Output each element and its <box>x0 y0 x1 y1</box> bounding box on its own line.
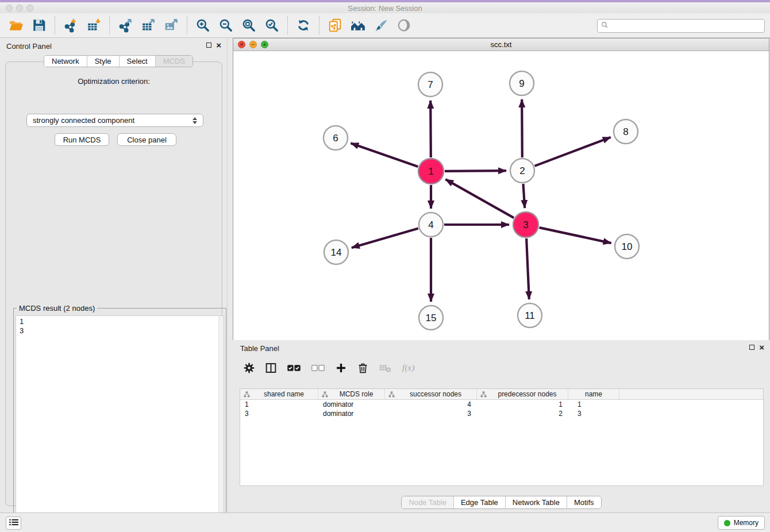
delete-column-icon[interactable] <box>357 359 369 376</box>
zoom-fit-icon[interactable] <box>237 15 260 36</box>
search-input[interactable] <box>611 20 764 32</box>
control-panel-float-icon[interactable] <box>206 43 211 48</box>
table-panel-close-icon[interactable]: × <box>759 344 764 350</box>
column-header-shared-name[interactable]: shared name <box>240 389 318 399</box>
graph-edge-2-3[interactable] <box>523 184 525 208</box>
interaction-type-icon <box>480 391 487 398</box>
graph-edge-3-1[interactable] <box>445 179 514 218</box>
tab-edge-table[interactable]: Edge Table <box>454 496 506 508</box>
table-cell[interactable]: 1 <box>240 400 318 409</box>
add-column-icon[interactable] <box>335 359 347 376</box>
task-history-button[interactable] <box>6 516 21 530</box>
tab-motifs[interactable]: Motifs <box>567 496 601 508</box>
graph-node-label: 10 <box>622 241 633 252</box>
optimization-criterion-select[interactable]: strongly connected component <box>26 114 203 127</box>
export-network-icon[interactable] <box>114 15 137 36</box>
column-header-successor-nodes[interactable]: successor nodes <box>385 389 477 399</box>
graph-node-1[interactable]: 1 <box>418 159 444 184</box>
toggle-columns-icon[interactable] <box>265 359 277 376</box>
table-cell[interactable]: dominator <box>318 400 385 409</box>
style-icon[interactable] <box>369 15 392 36</box>
toolbar-separator <box>319 16 319 34</box>
table-header-row: shared nameMCDS rolesuccessor nodesprede… <box>240 389 763 400</box>
close-panel-button[interactable]: Close panel <box>117 133 176 146</box>
table-cell[interactable]: 3 <box>240 409 318 418</box>
graph-edge-3-10[interactable] <box>540 228 611 243</box>
table-row[interactable]: 1dominator411 <box>240 400 763 409</box>
refresh-icon[interactable] <box>292 15 315 36</box>
tab-select[interactable]: Select <box>120 56 156 67</box>
table-panel: Table Panel × f(x) shared nameMCDS roles… <box>233 340 770 512</box>
graph-node-2[interactable]: 2 <box>510 159 534 183</box>
table-panel-title: Table Panel <box>240 344 279 353</box>
toolbar-separator <box>109 16 110 34</box>
graph-edge-1-6[interactable] <box>351 143 418 167</box>
tab-node-table[interactable]: Node Table <box>402 496 454 508</box>
graph-node-15[interactable]: 15 <box>419 306 443 330</box>
tab-network-table[interactable]: Network Table <box>506 496 567 508</box>
table-panel-float-icon[interactable] <box>749 345 754 350</box>
table-cell[interactable]: 3 <box>385 409 477 418</box>
export-table-icon[interactable] <box>137 15 160 36</box>
zoom-out-icon[interactable] <box>214 15 237 36</box>
select-all-columns-icon[interactable] <box>287 359 301 376</box>
window-title: Session: New Session <box>0 4 770 13</box>
tab-network[interactable]: Network <box>44 56 87 67</box>
export-image-icon[interactable] <box>160 15 183 36</box>
zoom-selected-icon[interactable] <box>260 15 283 36</box>
table-cell[interactable]: 1 <box>477 400 568 409</box>
table-cell[interactable]: 4 <box>385 400 477 409</box>
tab-style[interactable]: Style <box>87 56 120 67</box>
toolbar-separator <box>287 16 288 34</box>
table-cell[interactable]: 2 <box>477 409 568 418</box>
column-label: MCDS role <box>328 390 384 398</box>
clone-network-icon[interactable] <box>324 15 346 36</box>
result-scrollbar[interactable] <box>218 316 224 524</box>
graph-node-6[interactable]: 6 <box>324 126 348 150</box>
table-cell[interactable]: 1 <box>568 400 619 409</box>
criterion-value: strongly connected component <box>33 116 192 125</box>
save-session-icon[interactable] <box>28 15 51 36</box>
graph-node-10[interactable]: 10 <box>615 234 639 259</box>
graph-node-4[interactable]: 4 <box>419 213 443 237</box>
import-network-icon[interactable] <box>59 15 82 36</box>
column-label: shared name <box>250 390 318 398</box>
zoom-in-icon[interactable] <box>191 15 214 36</box>
table-settings-icon[interactable] <box>243 359 255 376</box>
column-header-name[interactable]: name <box>568 389 619 399</box>
status-bar: Memory <box>0 512 770 532</box>
column-header-MCDS-role[interactable]: MCDS role <box>318 389 385 399</box>
graph-node-11[interactable]: 11 <box>518 303 542 327</box>
graph-edge-4-14[interactable] <box>352 228 418 248</box>
graph-node-label: 9 <box>519 78 524 89</box>
graph-node-14[interactable]: 14 <box>324 240 348 264</box>
table-row[interactable]: 3dominator323 <box>240 409 763 418</box>
search-box[interactable] <box>597 19 765 33</box>
tab-mcds[interactable]: MCDS <box>156 56 192 67</box>
home-icon[interactable] <box>346 15 369 36</box>
open-file-icon[interactable] <box>5 15 28 36</box>
graph-edge-2-9[interactable] <box>522 99 522 157</box>
mcds-result-list[interactable]: 13 <box>16 315 224 525</box>
graph-edge-1-7[interactable] <box>430 101 431 157</box>
network-window-titlebar[interactable]: × − + scc.txt <box>233 38 769 51</box>
graph-node-7[interactable]: 7 <box>418 72 442 97</box>
run-mcds-button[interactable]: Run MCDS <box>55 133 109 146</box>
graph-edge-2-8[interactable] <box>535 137 611 166</box>
network-canvas[interactable]: 7968124314101511 <box>233 51 769 340</box>
column-header-predecessor-nodes[interactable]: predecessor nodes <box>477 389 568 399</box>
control-panel-close-icon[interactable]: × <box>216 42 221 48</box>
graph-node-3[interactable]: 3 <box>513 212 538 237</box>
graph-edge-1-2[interactable] <box>445 171 506 171</box>
table-tabs-row: Node TableEdge TableNetwork TableMotifs <box>233 496 770 509</box>
memory-button[interactable]: Memory <box>718 516 765 530</box>
graph-node-9[interactable]: 9 <box>510 71 534 95</box>
deselect-all-columns-icon[interactable] <box>311 359 325 376</box>
table-cell[interactable]: dominator <box>318 409 385 418</box>
graph-edge-3-11[interactable] <box>526 238 529 299</box>
graph-node-8[interactable]: 8 <box>614 119 638 144</box>
memory-status-dot <box>724 520 730 526</box>
svg-text:f(x): f(x) <box>402 363 414 373</box>
import-table-icon[interactable] <box>82 15 105 36</box>
table-cell[interactable]: 3 <box>568 409 619 418</box>
